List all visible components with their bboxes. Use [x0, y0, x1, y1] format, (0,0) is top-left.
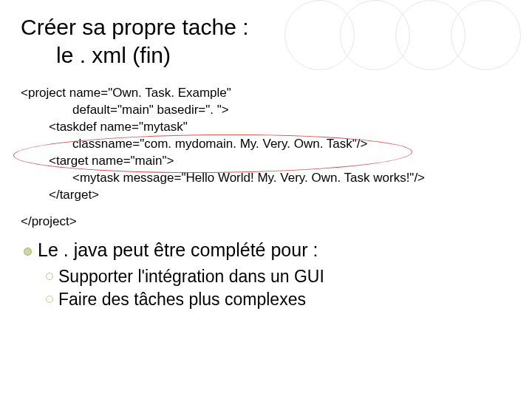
- sub-bullet-text: Supporter l'intégration dans un GUI: [58, 265, 324, 288]
- sub-bullet: Faire des tâches plus complexes: [46, 288, 517, 311]
- code-line: <target name="main">: [21, 153, 517, 170]
- sub-bullet-list: Supporter l'intégration dans un GUI Fair…: [24, 265, 517, 311]
- title-line-2: le . xml (fin): [21, 41, 517, 69]
- title-line-1: Créer sa propre tache :: [21, 13, 517, 41]
- filled-bullet-icon: [24, 248, 32, 256]
- slide-title: Créer sa propre tache : le . xml (fin): [21, 13, 517, 69]
- hollow-bullet-icon: [46, 296, 53, 303]
- slide-content: Créer sa propre tache : le . xml (fin) <…: [0, 0, 532, 311]
- code-closing: </project>: [21, 214, 517, 229]
- bullet-section: Le . java peut être complété pour : Supp…: [21, 239, 517, 311]
- code-line: <project name="Own. Task. Example": [21, 85, 517, 102]
- sub-bullet-text: Faire des tâches plus complexes: [58, 288, 306, 311]
- bullet-main-text: Le . java peut être complété pour :: [38, 239, 318, 261]
- code-line: <mytask message="Hello World! My. Very. …: [21, 170, 517, 187]
- code-line: classname="com. mydomain. My. Very. Own.…: [21, 136, 517, 153]
- code-line: </target>: [21, 187, 517, 204]
- sub-bullet: Supporter l'intégration dans un GUI: [46, 265, 517, 288]
- bullet-main: Le . java peut être complété pour :: [24, 239, 517, 261]
- code-line: default="main" basedir=". ">: [21, 102, 517, 119]
- code-line: <taskdef name="mytask": [21, 119, 517, 136]
- hollow-bullet-icon: [46, 273, 53, 280]
- code-block: <project name="Own. Task. Example" defau…: [21, 85, 517, 204]
